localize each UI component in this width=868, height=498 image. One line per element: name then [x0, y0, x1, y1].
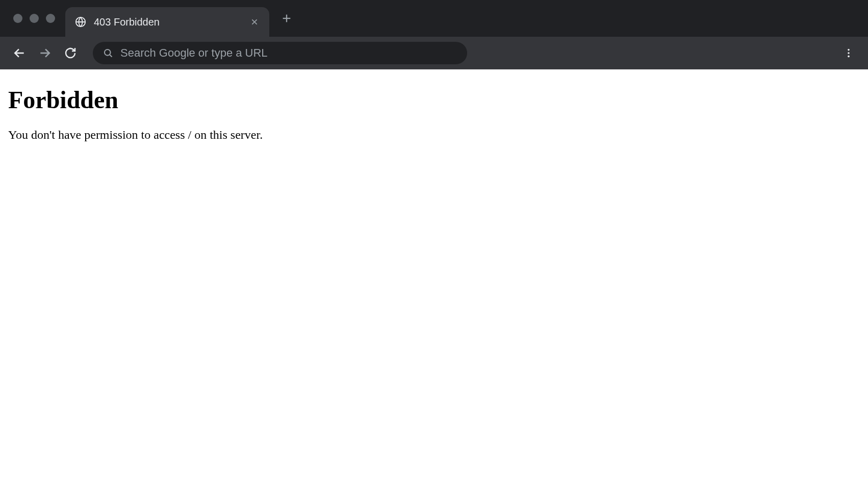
toolbar	[0, 37, 868, 69]
new-tab-button[interactable]	[276, 8, 297, 29]
address-bar[interactable]	[93, 42, 467, 64]
svg-point-7	[105, 49, 111, 56]
browser-tab[interactable]: 403 Forbidden	[65, 7, 269, 37]
back-button[interactable]	[9, 43, 30, 63]
svg-point-10	[848, 52, 850, 54]
tab-title: 403 Forbidden	[94, 16, 242, 28]
tab-bar: 403 Forbidden	[0, 0, 868, 37]
page-heading: Forbidden	[8, 86, 860, 114]
tab-close-button[interactable]	[249, 16, 260, 28]
page-message: You don't have permission to access / on…	[8, 128, 860, 142]
reload-button[interactable]	[60, 43, 81, 63]
address-input[interactable]	[120, 46, 457, 60]
window-controls	[0, 14, 65, 23]
page-content: Forbidden You don't have permission to a…	[0, 69, 868, 150]
search-icon	[103, 48, 113, 58]
window-close-button[interactable]	[13, 14, 22, 23]
globe-icon	[74, 16, 87, 28]
window-minimize-button[interactable]	[30, 14, 39, 23]
svg-point-9	[848, 49, 850, 51]
forward-button[interactable]	[35, 43, 55, 63]
window-maximize-button[interactable]	[46, 14, 55, 23]
browser-menu-button[interactable]	[838, 43, 859, 63]
svg-point-11	[848, 56, 850, 58]
browser-chrome: 403 Forbidden	[0, 0, 868, 69]
svg-line-8	[110, 55, 112, 57]
